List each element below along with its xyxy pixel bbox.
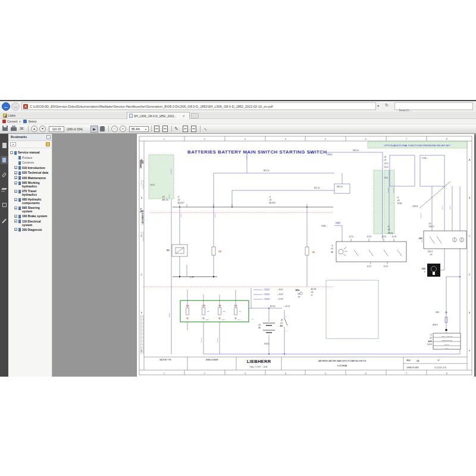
bookmark-item[interactable]: -Service manual	[8, 150, 52, 155]
refresh-icon[interactable]: ↻	[385, 103, 389, 108]
svg-text:#180508: #180508	[201, 337, 202, 343]
attachments-icon[interactable]	[1, 171, 8, 179]
convert-button[interactable]: Convert ▼	[2, 120, 21, 123]
svg-text:12: 12	[416, 359, 419, 362]
forward-button[interactable]: →	[11, 102, 20, 111]
previous-page-button[interactable]: ▲	[31, 126, 37, 132]
svg-text:-S1.X2: -S1.X2	[367, 265, 371, 268]
components	[172, 181, 466, 349]
svg-text:-A4a: -A4a	[250, 318, 253, 320]
bookmark-toggle[interactable]: +	[14, 228, 17, 231]
bookmark-toggle[interactable]: +	[14, 190, 17, 193]
svg-text:→ /30.F1: → /30.F1	[277, 289, 283, 291]
bookmark-item[interactable]: +100 Brake system	[8, 214, 52, 219]
bookmark-item[interactable]: +060 Working hydraulics	[8, 180, 52, 189]
svg-text:BATTERIES BATTERY MAIN SWITCH: BATTERIES BATTERY MAIN SWITCH STARTING S…	[318, 360, 366, 362]
zoom-in-button[interactable]: +	[120, 126, 126, 132]
bookmark-item[interactable]: +200 Diagnosis	[8, 227, 52, 233]
svg-text:RL/25L: RL/25L	[168, 312, 170, 317]
bookmark-toggle[interactable]: +	[14, 166, 17, 169]
url-box[interactable]: A C:\LIDOS\3D_EN\Service-Doku\Dokumentat…	[21, 102, 376, 110]
zoom-out-button[interactable]: −	[111, 126, 118, 132]
bookmark-item[interactable]: +010 Introduction	[8, 165, 52, 171]
bookmarks-options-button[interactable]: ▾	[10, 142, 16, 146]
new-tab-button[interactable]	[191, 113, 199, 118]
fit-width-button[interactable]	[154, 126, 159, 132]
svg-text:-F02.X: -F02.X	[205, 319, 209, 320]
tab-bar: Lidos SH_L506_G8.0-D_1852_2022... ×	[0, 112, 476, 119]
bookmark-item[interactable]: +070 Travel hydraulics	[8, 189, 52, 197]
bookmark-item[interactable]: Preface	[8, 155, 52, 161]
bookmark-toggle[interactable]: +	[14, 220, 17, 223]
navigation-icon-strip	[0, 134, 8, 377]
svg-text:8: 8	[446, 138, 447, 140]
svg-text:-X503.B: -X503.B	[412, 205, 418, 208]
bookmark-item[interactable]: +110 Electrical system	[8, 219, 52, 227]
save-icon[interactable]	[2, 126, 8, 132]
svg-text:95/700: 95/700	[264, 343, 269, 345]
svg-text:95/25: 95/25	[168, 194, 170, 198]
url-text[interactable]: C:\LIDOS\3D_EN\Service-Doku\Dokumentatio…	[30, 105, 374, 108]
bookmark-toggle[interactable]: +	[14, 171, 17, 174]
back-button[interactable]: ←	[2, 102, 10, 111]
stamps-icon[interactable]	[1, 201, 8, 209]
svg-text:M6/35: M6/35	[214, 213, 216, 217]
bookmark-toggle[interactable]: +	[14, 215, 17, 218]
tab-active[interactable]: SH_L506_G8.0-D_1852_2022... ×	[127, 112, 190, 119]
zoom-level-select[interactable]: 85.4% ▼	[129, 126, 149, 132]
favorites-item-lidos[interactable]: Lidos	[1, 112, 17, 118]
sign-icon[interactable]	[183, 126, 188, 132]
bookmark-toggle[interactable]: +	[14, 181, 17, 184]
tab-close-icon[interactable]: ×	[183, 114, 185, 118]
document-view[interactable]: 12345678 12345678 ABCDEF ABCDEF 12893919…	[52, 134, 476, 377]
svg-text:START: START	[444, 344, 449, 345]
svg-text:#155025: #155025	[264, 293, 270, 296]
bookmarks-collapse-button[interactable]: ▫	[46, 135, 51, 139]
select-button[interactable]: Select	[23, 120, 36, 123]
svg-text:6: 6	[365, 138, 367, 140]
bookmarks-panel-icon[interactable]	[1, 156, 8, 164]
bookmark-item[interactable]: +080 Hydraulic components	[8, 197, 52, 205]
comment-icon[interactable]	[191, 126, 196, 132]
bookmark-icon	[18, 206, 21, 210]
signatures-icon[interactable]	[1, 217, 8, 225]
svg-text:+64: +64	[331, 248, 334, 250]
page-thumbnails-icon[interactable]	[1, 141, 8, 149]
next-page-button[interactable]: ▼	[39, 126, 46, 132]
email-icon[interactable]: ✉	[20, 126, 24, 132]
bookmark-toggle[interactable]: -	[10, 151, 13, 154]
svg-text:RV/70: RV/70	[441, 205, 443, 209]
annotate-icon[interactable]: ✎	[174, 126, 178, 132]
print-icon[interactable]	[11, 126, 17, 132]
bookmark-toggle[interactable]: +	[14, 176, 17, 179]
layers-icon[interactable]	[1, 184, 8, 193]
hand-tool-button[interactable]	[100, 126, 105, 132]
page-number-input[interactable]: 110-15	[49, 126, 64, 132]
svg-text:22.10.2021 11:18: 22.10.2021 11:18	[434, 367, 447, 369]
browser-window: ← → A C:\LIDOS\3D_EN\Service-Doku\Dokume…	[0, 100, 476, 376]
bookmarks-highlight-icon[interactable]	[46, 142, 50, 146]
search-box[interactable]	[394, 102, 473, 110]
svg-text:-X25.5: -X25.5	[384, 162, 389, 165]
svg-text:-X540.5B: -X540.5B	[420, 213, 422, 219]
bookmark-item[interactable]: +020 Technical data	[8, 170, 52, 176]
bookmark-icon	[18, 228, 21, 231]
svg-text:-S1.X1: -S1.X1	[349, 236, 353, 238]
select-tool-button[interactable]: ▶	[90, 126, 98, 132]
svg-text:/47.B4 →: /47.B4 →	[308, 152, 315, 154]
svg-text:-X234b: -X234b	[397, 202, 402, 205]
bookmark-item[interactable]: Contents	[8, 160, 52, 165]
fullscreen-icon[interactable]: ↔	[202, 125, 209, 133]
svg-text:+64: +64	[258, 324, 261, 326]
svg-text:2: 2	[286, 330, 287, 331]
bookmark-toggle[interactable]: +	[14, 198, 17, 201]
svg-text:+64: +64	[177, 199, 180, 201]
svg-text:-A4.X40.2: -A4.X40.2	[177, 202, 184, 204]
fit-page-button[interactable]	[162, 126, 168, 132]
bookmark-item[interactable]: +030 Maintenance	[8, 176, 52, 181]
url-dropdown-icon[interactable]: ▾	[377, 104, 379, 108]
svg-text:-S13.5b: -S13.5b	[387, 232, 393, 234]
svg-text:A: A	[469, 159, 471, 161]
bookmark-item[interactable]: +090 Steering system	[8, 205, 52, 214]
bookmark-toggle[interactable]: +	[14, 206, 17, 209]
